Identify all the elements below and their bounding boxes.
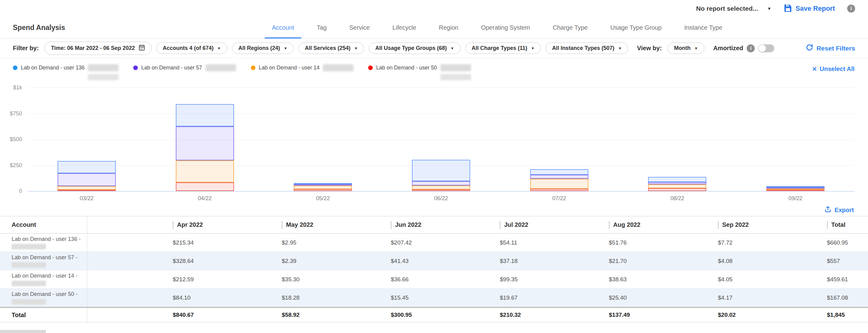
- info-icon[interactable]: i: [847, 5, 855, 12]
- tab-instance-type[interactable]: Instance Type: [682, 17, 725, 38]
- bar-segment-lab-on-demand-user-50[interactable]: [176, 182, 234, 191]
- bar-segment-lab-on-demand-user-57[interactable]: [412, 181, 470, 186]
- legend-item-lab-on-demand-user-57[interactable]: Lab on Demand - user 57: [133, 64, 236, 71]
- value-cell-jul-2022: $37.18: [496, 252, 604, 270]
- bar-04-22[interactable]: [176, 104, 234, 191]
- bar-segment-lab-on-demand-user-136[interactable]: [412, 160, 470, 181]
- save-report-button[interactable]: Save Report: [784, 4, 835, 14]
- column-divider: [282, 221, 282, 229]
- tab-charge-type[interactable]: Charge Type: [550, 17, 590, 38]
- view-by-dropdown[interactable]: Month ▼: [668, 42, 705, 54]
- bar-segment-lab-on-demand-user-136[interactable]: [530, 169, 588, 175]
- close-icon: ✕: [812, 66, 817, 72]
- value-cell-apr-2022: $84.10: [168, 289, 278, 307]
- view-by-label: View by:: [637, 45, 662, 52]
- spacer-cell: [87, 289, 168, 307]
- bar-segment-lab-on-demand-user-57[interactable]: [530, 175, 588, 179]
- tab-account[interactable]: Account: [270, 17, 297, 38]
- refresh-icon: [806, 43, 813, 53]
- bar-segment-lab-on-demand-user-14[interactable]: [176, 160, 234, 182]
- tab-usage-type-group[interactable]: Usage Type Group: [608, 17, 664, 38]
- filter-pill-all-regions[interactable]: All Regions (24)▼: [232, 42, 294, 54]
- bar-segment-lab-on-demand-user-50[interactable]: [766, 190, 825, 191]
- redacted-text: [88, 74, 119, 80]
- bar-segment-lab-on-demand-user-50[interactable]: [412, 190, 470, 191]
- filter-pill-time[interactable]: Time: 06 Mar 2022 - 06 Sep 2022: [44, 42, 152, 55]
- cell-value: $215.34: [173, 239, 194, 246]
- bar-segment-lab-on-demand-user-57[interactable]: [58, 173, 116, 186]
- unselect-all-button[interactable]: ✕ Unselect All: [812, 66, 855, 72]
- cell-value: $41.43: [391, 258, 409, 264]
- chevron-down-icon: ▼: [531, 46, 534, 51]
- column-divider: [391, 221, 392, 229]
- filter-pill-accounts-4[interactable]: Accounts 4 (of 674)▼: [156, 42, 227, 54]
- info-icon[interactable]: i: [747, 44, 755, 52]
- reset-filters-button[interactable]: Reset Filters: [806, 43, 855, 53]
- y-axis-label: $750: [0, 110, 22, 116]
- filter-pill-all-charge-types[interactable]: All Charge Types (11)▼: [465, 42, 541, 54]
- account-label: Lab on Demand - user 50 -: [12, 291, 78, 298]
- bar-segment-lab-on-demand-user-14[interactable]: [294, 186, 352, 189]
- tab-tag[interactable]: Tag: [314, 17, 329, 38]
- bar-03-22[interactable]: [58, 161, 116, 191]
- column-header-jun-2022: Jun 2022: [386, 217, 496, 233]
- value-cell-aug-2022: $25.40: [604, 289, 714, 307]
- bar-segment-lab-on-demand-user-50[interactable]: [294, 189, 352, 191]
- cell-value: $660.95: [827, 239, 848, 246]
- total-value-cell-apr-2022: $840.67: [168, 308, 278, 322]
- tab-region[interactable]: Region: [436, 17, 461, 38]
- gridline: [28, 139, 855, 140]
- bar-segment-lab-on-demand-user-136[interactable]: [58, 161, 116, 173]
- table-header-row: AccountApr 2022May 2022Jun 2022Jul 2022A…: [0, 217, 868, 234]
- export-button[interactable]: Export: [824, 206, 854, 214]
- redacted-text: [440, 74, 471, 80]
- cell-value: $84.10: [173, 294, 190, 301]
- bar-segment-lab-on-demand-user-57[interactable]: [648, 182, 706, 184]
- filter-pill-all-services[interactable]: All Services (254)▼: [298, 42, 364, 54]
- bar-05-22[interactable]: [294, 183, 352, 191]
- column-header-label: Total: [831, 221, 845, 228]
- cell-value: $459.61: [827, 276, 848, 283]
- bar-segment-lab-on-demand-user-14[interactable]: [58, 186, 116, 190]
- legend-item-label: Lab on Demand - user 50: [376, 65, 437, 71]
- bar-09-22[interactable]: [766, 186, 825, 191]
- cell-value: $51.76: [609, 239, 627, 246]
- bar-segment-lab-on-demand-user-14[interactable]: [648, 184, 706, 188]
- bar-segment-lab-on-demand-user-136[interactable]: [176, 104, 234, 126]
- bar-segment-lab-on-demand-user-14[interactable]: [530, 179, 588, 189]
- x-axis-label: 04/22: [198, 195, 212, 202]
- legend-item-lab-on-demand-user-50[interactable]: Lab on Demand - user 50: [368, 64, 471, 71]
- chevron-down-icon: ▼: [618, 46, 622, 51]
- tab-service[interactable]: Service: [347, 17, 372, 38]
- redacted-text: [206, 64, 236, 71]
- cell-value: $58.92: [282, 311, 300, 318]
- legend-item-lab-on-demand-user-14[interactable]: Lab on Demand - user 14: [251, 64, 353, 71]
- tab-lifecycle[interactable]: Lifecycle: [390, 17, 419, 38]
- bar-06-22[interactable]: [412, 160, 470, 191]
- amortized-toggle[interactable]: [758, 44, 774, 52]
- legend-item-lab-on-demand-user-136[interactable]: Lab on Demand - user 136: [13, 64, 119, 71]
- chevron-down-icon: ▼: [217, 46, 221, 51]
- report-selector-dropdown[interactable]: No report selected... ▼: [696, 5, 772, 12]
- chevron-down-icon: ▼: [694, 46, 698, 51]
- cell-value: $328.64: [173, 258, 194, 264]
- filter-pill-all-usage-type-groups[interactable]: All Usage Type Groups (68)▼: [369, 42, 461, 54]
- bar-segment-lab-on-demand-user-50[interactable]: [58, 190, 116, 191]
- bar-segment-lab-on-demand-user-14[interactable]: [412, 186, 470, 189]
- spacer-cell: [87, 252, 168, 270]
- tab-operating-system[interactable]: Operating System: [478, 17, 532, 38]
- gridline: [28, 88, 855, 88]
- bar-segment-lab-on-demand-user-50[interactable]: [530, 189, 588, 191]
- filter-pill-all-instance-types[interactable]: All Instance Types (507)▼: [546, 42, 628, 54]
- spend-chart: 03/2204/2205/2206/2207/2208/2209/22 $1k$…: [0, 84, 868, 204]
- spacer-cell: [87, 308, 168, 322]
- cell-value: $210.32: [500, 311, 521, 318]
- bar-segment-lab-on-demand-user-57[interactable]: [176, 126, 234, 160]
- bar-segment-lab-on-demand-user-50[interactable]: [648, 188, 706, 191]
- bar-segment-lab-on-demand-user-136[interactable]: [648, 177, 706, 182]
- bar-07-22[interactable]: [530, 169, 588, 191]
- bar-08-22[interactable]: [648, 177, 706, 191]
- horizontal-scrollbar-thumb[interactable]: [0, 330, 46, 333]
- gridline: [28, 113, 855, 114]
- value-cell-total: $459.61: [823, 270, 868, 288]
